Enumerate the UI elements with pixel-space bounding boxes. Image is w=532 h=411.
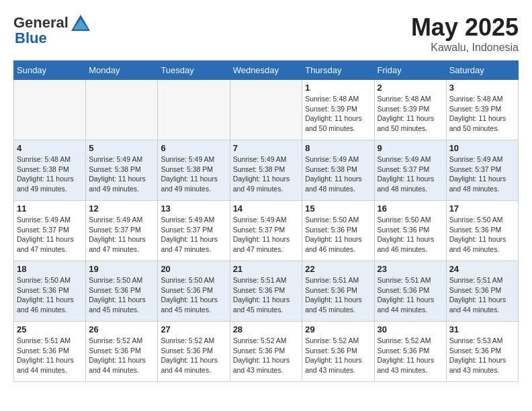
day-info: Sunrise: 5:49 AM Sunset: 5:37 PM Dayligh… <box>89 215 154 255</box>
day-info: Sunrise: 5:50 AM Sunset: 5:36 PM Dayligh… <box>378 215 443 255</box>
weekday-header-row: SundayMondayTuesdayWednesdayThursdayFrid… <box>14 61 519 80</box>
day-number: 18 <box>17 264 83 274</box>
day-number: 13 <box>161 203 226 214</box>
calendar-cell: 18Sunrise: 5:50 AM Sunset: 5:36 PM Dayli… <box>14 261 86 322</box>
calendar-week-row: 4Sunrise: 5:48 AM Sunset: 5:38 PM Daylig… <box>14 140 519 201</box>
day-info: Sunrise: 5:49 AM Sunset: 5:37 PM Dayligh… <box>161 215 226 255</box>
calendar-cell: 6Sunrise: 5:49 AM Sunset: 5:38 PM Daylig… <box>158 140 230 201</box>
day-info: Sunrise: 5:51 AM Sunset: 5:36 PM Dayligh… <box>378 275 443 315</box>
calendar-week-row: 25Sunrise: 5:51 AM Sunset: 5:36 PM Dayli… <box>14 322 519 382</box>
calendar-cell: 13Sunrise: 5:49 AM Sunset: 5:37 PM Dayli… <box>158 201 230 261</box>
day-number: 19 <box>89 264 154 274</box>
calendar-cell: 17Sunrise: 5:50 AM Sunset: 5:36 PM Dayli… <box>446 201 518 261</box>
day-number: 10 <box>449 143 515 153</box>
calendar-cell: 15Sunrise: 5:50 AM Sunset: 5:36 PM Dayli… <box>302 201 374 261</box>
day-info: Sunrise: 5:52 AM Sunset: 5:36 PM Dayligh… <box>305 336 371 375</box>
calendar-week-row: 18Sunrise: 5:50 AM Sunset: 5:36 PM Dayli… <box>14 261 519 322</box>
calendar-cell: 14Sunrise: 5:49 AM Sunset: 5:37 PM Dayli… <box>230 201 302 261</box>
day-info: Sunrise: 5:50 AM Sunset: 5:36 PM Dayligh… <box>449 215 515 255</box>
weekday-header-thursday: Thursday <box>302 61 374 80</box>
day-number: 24 <box>449 264 515 274</box>
calendar-cell: 21Sunrise: 5:51 AM Sunset: 5:36 PM Dayli… <box>230 261 302 322</box>
day-info: Sunrise: 5:49 AM Sunset: 5:38 PM Dayligh… <box>233 154 300 194</box>
day-number: 30 <box>378 324 443 334</box>
calendar-cell: 30Sunrise: 5:52 AM Sunset: 5:36 PM Dayli… <box>374 322 446 382</box>
day-info: Sunrise: 5:50 AM Sunset: 5:36 PM Dayligh… <box>305 215 371 255</box>
day-info: Sunrise: 5:49 AM Sunset: 5:37 PM Dayligh… <box>17 215 83 255</box>
day-number: 2 <box>378 83 443 93</box>
day-info: Sunrise: 5:49 AM Sunset: 5:38 PM Dayligh… <box>305 154 371 194</box>
weekday-header-tuesday: Tuesday <box>158 61 230 80</box>
day-info: Sunrise: 5:51 AM Sunset: 5:36 PM Dayligh… <box>17 336 83 375</box>
day-info: Sunrise: 5:51 AM Sunset: 5:36 PM Dayligh… <box>449 275 515 315</box>
day-info: Sunrise: 5:48 AM Sunset: 5:39 PM Dayligh… <box>305 94 371 134</box>
calendar-cell: 29Sunrise: 5:52 AM Sunset: 5:36 PM Dayli… <box>302 322 374 382</box>
day-number: 21 <box>233 264 300 274</box>
day-info: Sunrise: 5:52 AM Sunset: 5:36 PM Dayligh… <box>378 336 443 375</box>
day-number: 1 <box>305 83 371 93</box>
calendar-cell: 4Sunrise: 5:48 AM Sunset: 5:38 PM Daylig… <box>14 140 86 201</box>
logo-icon <box>70 13 91 32</box>
day-number: 31 <box>449 324 515 334</box>
weekday-header-monday: Monday <box>86 61 158 80</box>
calendar-cell: 25Sunrise: 5:51 AM Sunset: 5:36 PM Dayli… <box>14 322 86 382</box>
day-info: Sunrise: 5:52 AM Sunset: 5:36 PM Dayligh… <box>89 336 154 375</box>
calendar-cell: 5Sunrise: 5:49 AM Sunset: 5:38 PM Daylig… <box>86 140 158 201</box>
calendar-cell <box>230 80 302 140</box>
day-number: 16 <box>378 203 443 214</box>
day-number: 17 <box>449 203 515 214</box>
calendar-cell: 11Sunrise: 5:49 AM Sunset: 5:37 PM Dayli… <box>14 201 86 261</box>
day-number: 9 <box>378 143 443 153</box>
day-number: 22 <box>305 264 371 274</box>
day-info: Sunrise: 5:49 AM Sunset: 5:37 PM Dayligh… <box>233 215 300 255</box>
day-number: 23 <box>378 264 443 274</box>
logo: General Blue <box>13 13 91 47</box>
day-info: Sunrise: 5:51 AM Sunset: 5:36 PM Dayligh… <box>233 275 300 315</box>
day-info: Sunrise: 5:49 AM Sunset: 5:38 PM Dayligh… <box>89 154 154 194</box>
day-info: Sunrise: 5:48 AM Sunset: 5:38 PM Dayligh… <box>17 154 83 194</box>
calendar-cell: 27Sunrise: 5:52 AM Sunset: 5:36 PM Dayli… <box>158 322 230 382</box>
day-number: 25 <box>17 324 83 334</box>
day-info: Sunrise: 5:50 AM Sunset: 5:36 PM Dayligh… <box>89 275 154 315</box>
day-info: Sunrise: 5:53 AM Sunset: 5:36 PM Dayligh… <box>449 336 515 375</box>
calendar-cell: 3Sunrise: 5:48 AM Sunset: 5:39 PM Daylig… <box>446 80 518 140</box>
calendar-cell: 23Sunrise: 5:51 AM Sunset: 5:36 PM Dayli… <box>374 261 446 322</box>
day-number: 11 <box>17 203 83 214</box>
calendar-cell <box>14 80 86 140</box>
calendar-cell: 7Sunrise: 5:49 AM Sunset: 5:38 PM Daylig… <box>230 140 302 201</box>
logo-blue: Blue <box>15 30 47 46</box>
day-number: 14 <box>233 203 300 214</box>
calendar-table: SundayMondayTuesdayWednesdayThursdayFrid… <box>13 60 519 382</box>
calendar-cell: 31Sunrise: 5:53 AM Sunset: 5:36 PM Dayli… <box>446 322 518 382</box>
calendar-cell: 8Sunrise: 5:49 AM Sunset: 5:38 PM Daylig… <box>302 140 374 201</box>
day-number: 27 <box>161 324 226 334</box>
calendar-cell <box>86 80 158 140</box>
calendar-cell: 20Sunrise: 5:50 AM Sunset: 5:36 PM Dayli… <box>158 261 230 322</box>
calendar-cell: 19Sunrise: 5:50 AM Sunset: 5:36 PM Dayli… <box>86 261 158 322</box>
day-number: 6 <box>161 143 226 153</box>
calendar-cell: 24Sunrise: 5:51 AM Sunset: 5:36 PM Dayli… <box>446 261 518 322</box>
day-number: 15 <box>305 203 371 214</box>
day-number: 20 <box>161 264 226 274</box>
title-block: May 2025 Kawalu, Indonesia <box>411 13 519 54</box>
calendar-cell <box>158 80 230 140</box>
location: Kawalu, Indonesia <box>411 42 519 54</box>
page-header: General Blue May 2025 Kawalu, Indonesia <box>13 13 519 54</box>
calendar-cell: 12Sunrise: 5:49 AM Sunset: 5:37 PM Dayli… <box>86 201 158 261</box>
weekday-header-saturday: Saturday <box>446 61 518 80</box>
day-number: 12 <box>89 203 154 214</box>
day-number: 5 <box>89 143 154 153</box>
calendar-week-row: 1Sunrise: 5:48 AM Sunset: 5:39 PM Daylig… <box>14 80 519 140</box>
calendar-cell: 16Sunrise: 5:50 AM Sunset: 5:36 PM Dayli… <box>374 201 446 261</box>
day-info: Sunrise: 5:49 AM Sunset: 5:37 PM Dayligh… <box>378 154 443 194</box>
weekday-header-friday: Friday <box>374 61 446 80</box>
day-info: Sunrise: 5:49 AM Sunset: 5:38 PM Dayligh… <box>161 154 226 194</box>
day-number: 26 <box>89 324 154 334</box>
day-number: 3 <box>449 83 515 93</box>
day-number: 28 <box>233 324 300 334</box>
calendar-cell: 1Sunrise: 5:48 AM Sunset: 5:39 PM Daylig… <box>302 80 374 140</box>
day-info: Sunrise: 5:48 AM Sunset: 5:39 PM Dayligh… <box>449 94 515 134</box>
day-info: Sunrise: 5:49 AM Sunset: 5:37 PM Dayligh… <box>449 154 515 194</box>
day-info: Sunrise: 5:51 AM Sunset: 5:36 PM Dayligh… <box>305 275 371 315</box>
calendar-week-row: 11Sunrise: 5:49 AM Sunset: 5:37 PM Dayli… <box>14 201 519 261</box>
